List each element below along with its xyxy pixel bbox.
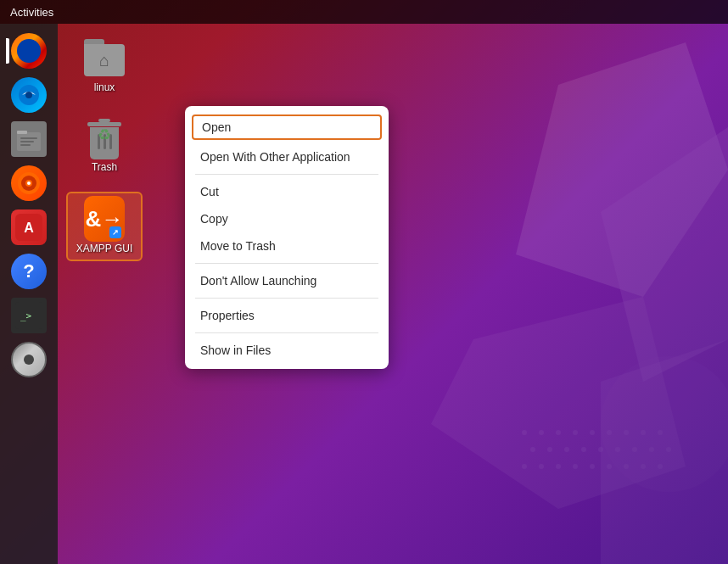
linux-icon-label: linux xyxy=(94,81,115,93)
svg-point-33 xyxy=(25,92,32,98)
svg-rect-36 xyxy=(20,137,37,139)
svg-point-9 xyxy=(590,430,595,435)
svg-point-29 xyxy=(624,464,629,469)
svg-point-19 xyxy=(615,447,620,452)
svg-point-42 xyxy=(27,181,31,185)
dock-item-dvd[interactable] xyxy=(8,339,49,380)
svg-point-18 xyxy=(598,447,603,452)
desktop-icon-linux[interactable]: ⌂ linux xyxy=(66,32,143,98)
firefox-icon xyxy=(11,33,47,69)
linux-folder-icon: ⌂ xyxy=(84,37,125,78)
svg-point-17 xyxy=(581,447,586,452)
context-menu-cut[interactable]: Cut xyxy=(185,178,389,205)
help-icon: ? xyxy=(11,254,47,289)
dvd-inner xyxy=(24,355,34,365)
svg-text:A: A xyxy=(24,221,34,235)
context-menu-properties[interactable]: Properties xyxy=(185,302,389,329)
svg-point-27 xyxy=(590,464,595,469)
svg-point-8 xyxy=(573,430,578,435)
svg-point-7 xyxy=(556,430,561,435)
separator-3 xyxy=(195,298,378,299)
desktop-icon-trash[interactable]: ♻ Trash xyxy=(66,112,143,178)
context-menu-copy[interactable]: Copy xyxy=(185,205,389,232)
svg-point-13 xyxy=(658,430,663,435)
dock-item-rhythmbox[interactable] xyxy=(8,163,49,204)
dock-item-files[interactable] xyxy=(8,119,49,159)
svg-point-12 xyxy=(641,430,646,435)
svg-marker-3 xyxy=(601,339,728,564)
svg-rect-38 xyxy=(20,144,31,146)
desktop: Activities xyxy=(0,0,728,564)
svg-marker-0 xyxy=(516,42,728,297)
appcenter-icon: A xyxy=(11,209,47,245)
svg-point-10 xyxy=(607,430,612,435)
dock-item-appcenter[interactable]: A xyxy=(8,207,49,248)
context-menu-open[interactable]: Open xyxy=(192,114,382,140)
svg-point-25 xyxy=(556,464,561,469)
xampp-icon-label: XAMPP GUI xyxy=(76,243,132,254)
activities-button[interactable]: Activities xyxy=(10,6,53,19)
thunderbird-icon xyxy=(11,77,47,113)
svg-point-26 xyxy=(573,464,578,469)
context-menu: Open Open With Other Application Cut Cop… xyxy=(185,106,389,369)
svg-point-24 xyxy=(539,464,544,469)
context-menu-show-in-files[interactable]: Show in Files xyxy=(185,337,389,364)
svg-point-20 xyxy=(632,447,637,452)
dock-item-firefox[interactable] xyxy=(8,31,49,71)
dock-item-thunderbird[interactable] xyxy=(8,75,49,115)
dock-active-indicator xyxy=(6,38,9,64)
dvd-icon xyxy=(11,342,47,377)
svg-rect-35 xyxy=(17,131,27,134)
svg-point-31 xyxy=(658,464,663,469)
svg-point-15 xyxy=(547,447,552,452)
separator-4 xyxy=(195,332,378,333)
rhythmbox-icon xyxy=(11,165,47,201)
trash-icon: ♻ xyxy=(84,117,125,158)
svg-marker-1 xyxy=(601,127,728,382)
dock-item-terminal[interactable]: _> xyxy=(8,295,49,336)
desktop-icons: ⌂ linux ♻ xyxy=(66,32,143,261)
svg-point-22 xyxy=(666,447,671,452)
svg-text:_>: _> xyxy=(20,310,32,321)
svg-point-11 xyxy=(624,430,629,435)
svg-point-16 xyxy=(564,447,569,452)
svg-point-14 xyxy=(530,447,535,452)
svg-point-30 xyxy=(641,464,646,469)
svg-point-5 xyxy=(522,430,527,435)
context-menu-move-to-trash[interactable]: Move to Trash xyxy=(185,232,389,260)
dock: A ? _> xyxy=(0,24,58,564)
trash-icon-label: Trash xyxy=(92,161,117,173)
terminal-icon: _> xyxy=(11,298,47,333)
svg-marker-2 xyxy=(431,297,686,509)
context-menu-open-with[interactable]: Open With Other Application xyxy=(185,143,389,170)
dock-item-help[interactable]: ? xyxy=(8,251,49,292)
separator-1 xyxy=(195,174,378,175)
svg-point-28 xyxy=(607,464,612,469)
svg-point-4 xyxy=(601,356,728,492)
svg-point-21 xyxy=(649,447,654,452)
svg-rect-37 xyxy=(20,141,34,142)
xampp-icon: &→ ↗ xyxy=(84,198,125,239)
topbar: Activities xyxy=(0,0,728,24)
separator-2 xyxy=(195,263,378,264)
svg-point-23 xyxy=(522,464,527,469)
desktop-icon-xampp[interactable]: &→ ↗ XAMPP GUI xyxy=(66,192,143,261)
context-menu-dont-allow[interactable]: Don't Allow Launching xyxy=(185,267,389,294)
files-icon xyxy=(11,121,47,157)
svg-point-6 xyxy=(539,430,544,435)
